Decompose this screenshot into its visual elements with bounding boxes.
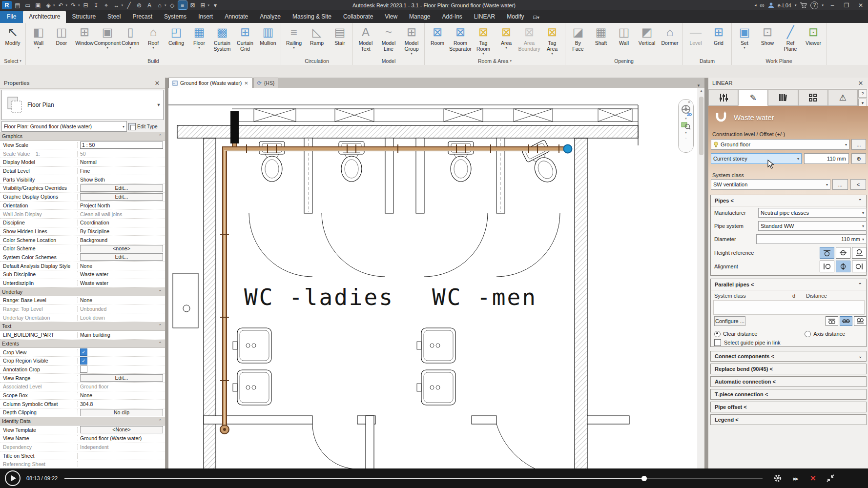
property-value[interactable]: Show Both [80,177,105,183]
store-cart-icon[interactable] [800,2,807,8]
ribbon-tab-file[interactable]: File [0,11,23,23]
floor-button[interactable]: ▦Floor▾ [188,24,210,57]
aligned-dimension-icon-dropdown[interactable]: ▾ [122,3,124,7]
sync-icon[interactable]: ◈ [44,1,53,9]
default-3d-view-icon-dropdown[interactable]: ▾ [165,3,166,7]
parallel-between-button[interactable] [840,316,852,326]
view-tab-hs[interactable]: ⟳ {HS} [253,78,279,88]
align-right-button[interactable] [852,261,867,272]
text-icon[interactable]: A [145,1,154,9]
collap-arrow-icon[interactable]: ◂ [755,3,757,7]
ribbon-tab-annotate[interactable]: Annotate [219,11,254,23]
color-scheme-button[interactable]: <none> [80,245,163,252]
tag-room-button[interactable]: ⊠TagRoom▾ [472,24,495,57]
height-ref-top-button[interactable] [820,247,834,259]
ribbon-tab-structure[interactable]: Structure [66,11,102,23]
accordion-t-piece-connection[interactable]: T-piece connection < [710,389,867,400]
switch-windows-icon[interactable]: ⊞ [199,1,207,9]
by-face-button[interactable]: ◪ByFace [567,24,589,57]
system-color-schemes-button[interactable]: Edit... [80,253,163,261]
property-value[interactable]: Waste water [80,280,108,286]
modify-button[interactable]: ↖Modify [1,24,24,57]
section-graphics[interactable]: Graphics⌃ [0,132,165,141]
property-value[interactable]: Background [80,237,107,243]
view-tab-ground-floor[interactable]: Ground floor (Waste water) ✕ [168,78,252,88]
navbar-close-icon[interactable]: ✕ [687,101,691,104]
set-button[interactable]: ▣Set▾ [733,24,756,57]
linear-settings-tab[interactable] [708,89,738,106]
curtain-system-button[interactable]: ▩CurtainSystem [211,24,233,57]
ribbon-tab-manage[interactable]: Manage [403,11,436,23]
ceiling-button[interactable]: ◰Ceiling [165,24,187,57]
wall-button[interactable]: ◫Wall [613,24,635,57]
accordion-expand-icon[interactable]: ⌄ [858,354,862,359]
tag-icon[interactable]: ⊚ [135,1,144,9]
align-left-button[interactable] [820,261,834,272]
thin-lines-icon[interactable]: ≡ [178,1,187,9]
ribbon-tab-linear[interactable]: LINEAR [468,11,501,23]
level-browse-button[interactable]: ... [851,139,866,150]
steering-wheel-icon[interactable]: 2D [680,104,692,116]
property-value[interactable]: Main building [80,332,110,338]
zoom-icon[interactable] [681,121,691,130]
section-underlay[interactable]: Underlay⌃ [0,287,165,296]
parallel-above-button[interactable] [826,316,838,326]
section-identity-data[interactable]: Identity Data⌃ [0,417,165,426]
tag-area-button[interactable]: ⊠TagArea▾ [541,24,563,57]
section-extents[interactable]: Extents⌃ [0,340,165,348]
save-icon[interactable]: ▣ [34,1,42,9]
property-value[interactable]: Fine [80,168,90,174]
linear-warnings-tab[interactable]: ⚠ [828,89,858,106]
accordion-replace-bend-90-45[interactable]: Replace bend (90/45) < [710,364,867,374]
dormer-button[interactable]: ⌂Dormer [659,24,681,57]
print-icon[interactable]: ⊟ [82,1,90,9]
user-icon[interactable] [768,2,774,8]
player-settings-icon[interactable] [772,473,783,484]
wheel-dropdown-icon[interactable]: ▾ [685,116,687,121]
view-range-button[interactable]: Edit... [80,374,163,382]
open-icon[interactable]: ▭ [23,1,32,9]
ribbon-tab-view[interactable]: View [379,11,403,23]
parallel-below-button[interactable] [854,316,867,326]
ribbon-tab-architecture[interactable]: Architecture [23,11,66,23]
door-button[interactable]: ◫Door [50,24,73,57]
property-value[interactable]: By Discipline [80,228,109,234]
linear-modules-tab[interactable] [798,89,828,106]
curtain-grid-button[interactable]: ⊞CurtainGrid [234,24,256,57]
configure-button[interactable]: Configure ... [714,316,745,326]
group-label-select[interactable]: Select▾ [0,57,25,65]
instance-combo-dropdown-icon[interactable]: ▾ [123,124,124,129]
property-value[interactable]: Waste water [80,271,108,277]
graphic-display-options-button[interactable]: Edit... [80,193,163,201]
ramp-button[interactable]: ◺Ramp [306,24,328,57]
user-name[interactable]: e-L04 [778,2,791,8]
shaft-button[interactable]: ▦Shaft [590,24,612,57]
exit-fullscreen-icon[interactable] [825,473,836,484]
detail-line-icon[interactable]: ╱ [124,1,133,9]
help-dropdown-icon[interactable]: ▾ [822,3,824,7]
ribbon-tab-add-ins[interactable]: Add-Ins [436,11,468,23]
linear-library-tab[interactable] [768,89,798,106]
property-value[interactable]: Ground floor (Waste water) [80,435,142,441]
ribbon-tab-modify[interactable]: Modify [501,11,530,23]
instance-combo[interactable]: Floor Plan: Ground floor (Waste water) ▾ [1,121,127,132]
file-tabs-icon[interactable]: ▤ [13,1,22,9]
help-icon[interactable]: ? [810,1,818,9]
construction-level-select[interactable]: Ground floor ▾ [711,139,849,150]
component-button[interactable]: ▣Component▾ [96,24,119,57]
system-class-select[interactable]: SW ventilation ▾ [711,179,830,190]
mullion-button[interactable]: ▥Mullion [257,24,279,57]
room-separator-button[interactable]: ⊠RoomSeparator [449,24,472,57]
redo-icon-dropdown[interactable]: ▾ [78,3,80,7]
property-value[interactable]: Coordination [80,220,109,225]
visibility-graphics-overrides-button[interactable]: Edit... [80,184,163,192]
wall-button[interactable]: ◧Wall▾ [27,24,50,57]
player-close-icon[interactable]: × [807,473,818,484]
stair-button[interactable]: ▤Stair [329,24,351,57]
parallel-pipes-header[interactable]: Parallel pipes < ⌃ [711,279,866,290]
model-group-button[interactable]: ⊞ModelGroup▾ [400,24,423,57]
area-button[interactable]: ⊠Area▾ [495,24,517,57]
depth-clipping-button[interactable]: No clip [80,409,163,416]
revit-logo[interactable]: R [2,1,12,9]
height-ref-bottom-button[interactable] [852,247,867,259]
